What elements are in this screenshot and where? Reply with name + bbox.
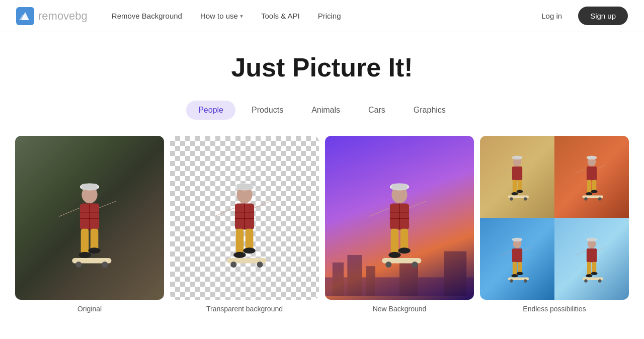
svg-point-69 bbox=[524, 198, 527, 201]
showcase-endless: Endless possibilities bbox=[480, 136, 629, 313]
tab-products[interactable]: Products bbox=[239, 101, 295, 120]
svg-rect-89 bbox=[513, 262, 517, 276]
svg-rect-103 bbox=[592, 262, 596, 274]
tab-cars[interactable]: Cars bbox=[356, 101, 397, 120]
tab-graphics[interactable]: Graphics bbox=[401, 101, 458, 120]
svg-line-10 bbox=[59, 208, 80, 216]
svg-rect-60 bbox=[512, 166, 522, 181]
svg-point-56 bbox=[412, 262, 418, 268]
svg-point-53 bbox=[398, 247, 410, 253]
svg-rect-76 bbox=[587, 180, 591, 194]
svg-rect-77 bbox=[592, 180, 596, 192]
svg-line-48 bbox=[369, 208, 390, 216]
logo-text: removebg bbox=[38, 10, 88, 23]
svg-rect-12 bbox=[81, 229, 89, 255]
category-tabs: People Products Animals Cars Graphics bbox=[186, 101, 458, 120]
signup-button[interactable]: Sign up bbox=[578, 7, 628, 25]
nav-tools-api[interactable]: Tools & API bbox=[253, 8, 308, 24]
skater-q4 bbox=[562, 230, 621, 299]
svg-line-87 bbox=[501, 251, 512, 256]
svg-rect-99 bbox=[587, 248, 597, 263]
new-bg-label: New Background bbox=[373, 305, 427, 313]
svg-point-66 bbox=[517, 190, 523, 193]
showcase-transparent-image bbox=[170, 136, 319, 300]
svg-rect-90 bbox=[518, 262, 522, 274]
svg-point-82 bbox=[598, 198, 601, 201]
svg-rect-28 bbox=[236, 229, 244, 255]
svg-rect-73 bbox=[587, 166, 597, 181]
svg-point-105 bbox=[591, 272, 598, 275]
svg-point-33 bbox=[230, 262, 236, 268]
svg-rect-43 bbox=[391, 184, 407, 190]
svg-line-75 bbox=[597, 165, 606, 169]
endless-label: Endless possibilities bbox=[523, 305, 586, 313]
nav-remove-background[interactable]: Remove Background bbox=[104, 8, 190, 24]
logo[interactable]: removebg bbox=[16, 7, 88, 25]
svg-rect-51 bbox=[400, 229, 409, 250]
tab-people[interactable]: People bbox=[186, 101, 235, 120]
nav-actions: Log in Sign up bbox=[531, 7, 628, 25]
svg-point-94 bbox=[510, 279, 513, 282]
svg-point-79 bbox=[591, 190, 598, 193]
svg-line-62 bbox=[522, 165, 531, 169]
svg-point-81 bbox=[584, 198, 587, 201]
svg-rect-63 bbox=[513, 180, 517, 194]
transparent-label: Transparent background bbox=[206, 305, 283, 313]
skater-q1 bbox=[488, 148, 547, 217]
chevron-down-icon: ▾ bbox=[240, 13, 243, 20]
endless-q2 bbox=[554, 136, 629, 218]
hero-title: Just Picture It! bbox=[231, 52, 413, 82]
svg-point-78 bbox=[586, 193, 592, 196]
svg-line-88 bbox=[522, 247, 531, 251]
original-label: Original bbox=[77, 305, 102, 313]
logo-icon bbox=[16, 7, 34, 25]
showcase-original-image bbox=[15, 136, 164, 300]
showcase-new-bg-image bbox=[325, 136, 474, 300]
svg-rect-5 bbox=[82, 184, 97, 190]
navbar: removebg Remove Background How to use ▾ … bbox=[0, 0, 644, 32]
svg-line-49 bbox=[409, 201, 426, 208]
svg-rect-29 bbox=[246, 229, 254, 250]
tab-animals[interactable]: Animals bbox=[299, 101, 352, 120]
skater-q2 bbox=[562, 148, 621, 217]
main-content: Just Picture It! People Products Animals… bbox=[0, 32, 644, 333]
svg-point-104 bbox=[586, 274, 592, 277]
skater-new-bg-silhouette bbox=[347, 168, 451, 299]
svg-line-26 bbox=[214, 208, 235, 216]
skater-q3 bbox=[488, 230, 547, 299]
svg-rect-50 bbox=[391, 229, 399, 255]
skater-original-silhouette bbox=[37, 168, 141, 299]
showcase-original: Original bbox=[15, 136, 164, 313]
svg-point-34 bbox=[257, 262, 263, 268]
nav-how-to-use[interactable]: How to use ▾ bbox=[192, 8, 251, 24]
endless-grid bbox=[480, 136, 629, 300]
svg-point-55 bbox=[385, 262, 391, 268]
svg-point-17 bbox=[75, 262, 82, 268]
svg-point-31 bbox=[243, 247, 255, 253]
svg-point-14 bbox=[78, 252, 91, 258]
svg-point-30 bbox=[233, 252, 246, 258]
skater-transparent-silhouette bbox=[192, 168, 296, 299]
svg-rect-59 bbox=[513, 156, 522, 159]
svg-point-15 bbox=[88, 247, 100, 253]
showcase-endless-image bbox=[480, 136, 629, 300]
svg-point-108 bbox=[598, 279, 601, 282]
svg-rect-102 bbox=[587, 262, 591, 276]
svg-line-27 bbox=[254, 201, 271, 208]
nav-pricing[interactable]: Pricing bbox=[310, 8, 349, 24]
transparent-bg bbox=[170, 136, 319, 300]
endless-q4 bbox=[554, 218, 629, 300]
svg-point-52 bbox=[388, 252, 400, 258]
svg-line-100 bbox=[576, 251, 587, 256]
svg-point-107 bbox=[584, 279, 587, 282]
svg-line-101 bbox=[597, 247, 606, 251]
svg-rect-85 bbox=[513, 238, 522, 241]
endless-q1 bbox=[480, 136, 554, 218]
showcase-new-bg: New Background bbox=[325, 136, 474, 313]
svg-rect-21 bbox=[236, 184, 252, 190]
svg-rect-86 bbox=[512, 248, 522, 263]
svg-point-65 bbox=[511, 193, 518, 196]
svg-rect-36 bbox=[333, 263, 344, 296]
showcase-transparent: Transparent background bbox=[170, 136, 319, 313]
login-button[interactable]: Log in bbox=[531, 8, 572, 24]
